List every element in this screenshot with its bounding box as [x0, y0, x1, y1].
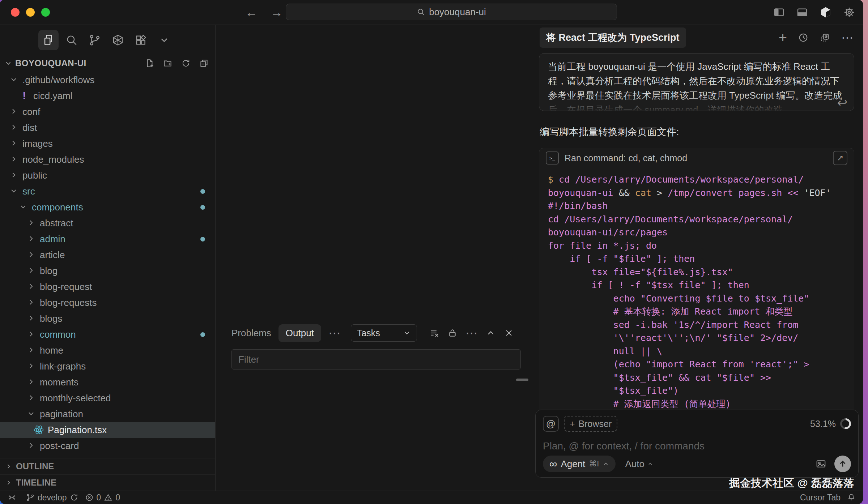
tree-item-blog[interactable]: blog	[0, 263, 215, 279]
more-views-icon[interactable]	[154, 30, 174, 50]
tree-item-pagination-tsx[interactable]: Pagination.tsx	[0, 422, 215, 438]
model-select[interactable]: Auto	[625, 458, 653, 470]
back-icon[interactable]: ←	[245, 5, 258, 20]
tree-item-article[interactable]: article	[0, 247, 215, 263]
extensions-view-icon[interactable]	[131, 30, 151, 50]
tree-item-home[interactable]: home	[0, 342, 215, 358]
tree-item-admin[interactable]: admin	[0, 231, 215, 247]
context-usage-percent: 53.1%	[810, 419, 836, 429]
chat-input-placeholder[interactable]: Plan, @ for context, / for commands	[543, 440, 851, 452]
panel-resize-handle[interactable]	[516, 379, 528, 381]
tree-item-moments[interactable]: moments	[0, 374, 215, 390]
window-controls	[11, 8, 50, 17]
toggle-sidebar-icon[interactable]	[773, 7, 785, 18]
send-button[interactable]	[834, 456, 851, 472]
tree-item-blogs[interactable]: blogs	[0, 311, 215, 326]
chevron-right-icon	[27, 266, 36, 276]
tree-item-blog-requests[interactable]: blog-requests	[0, 295, 215, 311]
panel-more-icon[interactable]: ⋯	[465, 327, 478, 339]
tree-item-common[interactable]: common	[0, 326, 215, 342]
file-tree: .github/workflows!cicd.yamlconfdistimage…	[0, 71, 215, 458]
output-filter-input[interactable]	[231, 349, 521, 370]
collapse-folders-icon[interactable]	[199, 59, 209, 68]
chat-tab-title[interactable]: 将 React 工程改为 TypeScript	[540, 27, 686, 48]
tree-item-post-card[interactable]: post-card	[0, 438, 215, 454]
notifications-bell-icon[interactable]	[847, 493, 856, 502]
restore-checkpoint-icon[interactable]: ↩	[837, 95, 848, 110]
code-line: #!/bin/bash	[548, 200, 845, 213]
maximize-panel-icon[interactable]	[486, 328, 496, 338]
open-chat-in-editor-icon[interactable]	[820, 32, 830, 43]
chevron-down-icon	[403, 329, 411, 337]
titlebar: ← → boyouquan-ui	[0, 0, 863, 25]
tree-item-dist[interactable]: dist	[0, 120, 215, 136]
tree-item-link-graphs[interactable]: link-graphs	[0, 358, 215, 374]
chevron-down-icon	[19, 202, 28, 212]
tree-item-blog-request[interactable]: blog-request	[0, 279, 215, 295]
open-in-terminal-icon[interactable]: ↗	[833, 151, 847, 165]
chevron-right-icon	[27, 441, 36, 450]
sidebar-section-outline[interactable]: OUTLINE	[0, 458, 215, 474]
new-file-icon[interactable]	[145, 59, 154, 68]
command-output[interactable]: $ cd /Users/larry/Documents/workspace/pe…	[539, 168, 854, 414]
tab-output[interactable]: Output	[278, 324, 321, 342]
minimize-window-button[interactable]	[26, 8, 35, 17]
remote-indicator[interactable]	[7, 493, 17, 502]
warning-icon	[104, 493, 112, 502]
editor-area[interactable]	[216, 25, 530, 321]
clear-output-icon[interactable]	[429, 328, 439, 338]
code-line: if [ -f "$file" ]; then	[548, 252, 845, 266]
command-center[interactable]: boyouquan-ui	[286, 4, 617, 20]
code-line: for file in *.js; do	[548, 239, 845, 253]
bottom-panel: Problems Output ⋯ Tasks ⋯	[216, 321, 530, 491]
tree-item-conf[interactable]: conf	[0, 104, 215, 120]
browser-context-chip[interactable]: + Browser	[564, 416, 617, 432]
chevron-right-icon	[27, 362, 36, 371]
git-branch-status[interactable]: develop	[26, 493, 78, 503]
close-window-button[interactable]	[11, 8, 20, 17]
tree-item--github-workflows[interactable]: .github/workflows	[0, 72, 215, 88]
tree-item-cicd-yaml[interactable]: !cicd.yaml	[0, 88, 215, 104]
new-chat-icon[interactable]: +	[779, 30, 787, 45]
chevron-up-icon	[647, 461, 653, 467]
explorer-section-header[interactable]: BOYOUQUAN-UI	[0, 55, 215, 71]
problems-status[interactable]: 0 0	[85, 493, 120, 503]
add-context-button[interactable]: @	[543, 416, 559, 432]
tree-item-components[interactable]: components	[0, 199, 215, 215]
tree-item-sponsor[interactable]: sponsor	[0, 454, 215, 458]
forward-icon[interactable]: →	[271, 5, 283, 20]
tree-item-images[interactable]: images	[0, 136, 215, 151]
output-channel-select[interactable]: Tasks	[351, 324, 417, 342]
new-folder-icon[interactable]	[163, 59, 173, 68]
cursor-tab-status[interactable]: Cursor Tab	[800, 493, 841, 503]
sidebar-section-timeline[interactable]: TIMELINE	[0, 474, 215, 491]
remote-icon	[7, 493, 17, 502]
search-view-icon[interactable]	[61, 30, 82, 50]
attach-image-icon[interactable]	[816, 458, 826, 469]
zoom-window-button[interactable]	[41, 8, 50, 17]
cube-view-icon[interactable]	[108, 30, 128, 50]
settings-gear-icon[interactable]	[843, 7, 855, 18]
tree-item-src[interactable]: src	[0, 183, 215, 199]
modified-dot	[200, 237, 205, 242]
tree-item-abstract[interactable]: abstract	[0, 215, 215, 231]
tree-item-monthly-selected[interactable]: monthly-selected	[0, 390, 215, 406]
user-message-bubble[interactable]: 当前工程 boyouquan-ui 是一个使用 JavaScript 编写的标准…	[539, 53, 854, 111]
explorer-view-icon[interactable]	[38, 30, 59, 50]
chat-history-icon[interactable]	[798, 32, 809, 43]
close-panel-icon[interactable]	[504, 328, 514, 338]
agent-mode-select[interactable]: ∞ Agent ⌘I	[543, 456, 616, 472]
source-control-icon[interactable]	[85, 30, 105, 50]
lock-icon[interactable]	[447, 328, 458, 338]
arrow-up-icon	[838, 459, 847, 469]
chat-more-icon[interactable]: ⋯	[841, 31, 854, 44]
more-panel-tabs-icon[interactable]: ⋯	[328, 327, 341, 339]
tab-problems[interactable]: Problems	[231, 328, 271, 339]
tree-item-node-modules[interactable]: node_modules	[0, 151, 215, 167]
tree-item-public[interactable]: public	[0, 167, 215, 183]
refresh-icon[interactable]	[181, 59, 191, 68]
toggle-panel-icon[interactable]	[796, 7, 808, 18]
chat-input-box[interactable]: @ + Browser 53.1% Plan, @ for context, /…	[535, 410, 859, 478]
cursor-logo-icon[interactable]	[820, 6, 832, 18]
tree-item-pagination[interactable]: pagination	[0, 406, 215, 422]
